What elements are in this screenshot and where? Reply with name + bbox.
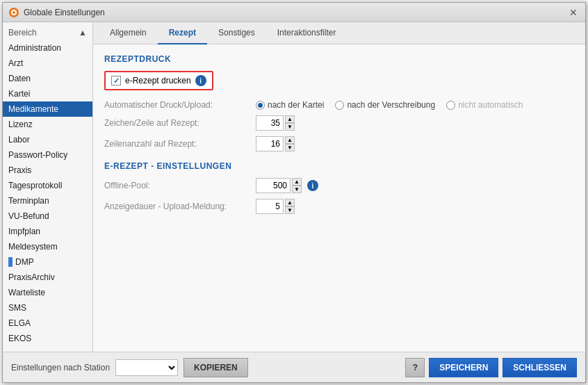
zeilen-label: Zeilenanzahl auf Rezept: [104, 139, 250, 149]
radio-group-druck: nach der Kartei nach der Verschreibung n… [256, 100, 523, 110]
help-button[interactable]: ? [405, 358, 425, 377]
radio-nicht-automatisch-circle[interactable] [446, 101, 455, 110]
sidebar-item-medikamente[interactable]: Medikamente [3, 101, 92, 117]
zeilen-spinner: ▲ ▼ [256, 136, 295, 151]
zeichen-spinner: ▲ ▼ [256, 115, 295, 131]
anzeigedauer-input[interactable] [256, 199, 284, 214]
sidebar-item-warteliste[interactable]: Warteliste [3, 285, 92, 300]
zeichen-down-btn[interactable]: ▼ [285, 123, 295, 131]
main-panel: Allgemein Rezept Sonstiges Interaktionsf… [93, 22, 585, 352]
sidebar-item-passwort-policy[interactable]: Passwort-Policy [3, 147, 92, 163]
sidebar-item-praxis[interactable]: Praxis [3, 163, 92, 178]
sidebar-item-sms[interactable]: SMS [3, 300, 92, 316]
offline-pool-info-icon[interactable]: i [307, 180, 318, 191]
zeichen-label: Zeichen/Zeile auf Rezept: [104, 118, 250, 128]
station-select[interactable] [115, 359, 178, 376]
sidebar-item-arzt[interactable]: Arzt [3, 56, 92, 71]
title-bar-left: Globale Einstellungen [8, 7, 105, 18]
section-divider: E-REZEPT - EINSTELLUNGEN [104, 161, 574, 171]
title-bar: Globale Einstellungen ✕ [3, 3, 585, 22]
footer: Einstellungen nach Station KOPIEREN ? SP… [3, 352, 585, 382]
main-window: Globale Einstellungen ✕ Bereich ▲ Admini… [2, 2, 586, 383]
radio-nach-kartei[interactable]: nach der Kartei [256, 100, 324, 110]
sidebar-item-kartei[interactable]: Kartei [3, 86, 92, 101]
zeilen-up-btn[interactable]: ▲ [285, 136, 295, 144]
content-area: Bereich ▲ Administration Arzt Daten Kart… [3, 22, 585, 352]
tab-interaktionsfilter[interactable]: Interaktionsfilter [266, 22, 348, 44]
sidebar-item-ekos[interactable]: EKOS [3, 331, 92, 346]
sidebar-item-praxisarchiv[interactable]: PraxisArchiv [3, 270, 92, 285]
auto-druck-row: Automatischer Druck/Upload: nach der Kar… [104, 100, 574, 110]
anzeigedauer-spinner: ▲ ▼ [256, 199, 295, 214]
erezept-section-title: E-REZEPT - EINSTELLUNGEN [104, 161, 574, 171]
radio-verschreibung-label: nach der Verschreibung [347, 100, 435, 110]
zeilen-spinner-buttons: ▲ ▼ [285, 136, 295, 151]
sidebar-item-elga[interactable]: ELGA [3, 316, 92, 331]
offline-pool-spinner: ▲ ▼ [256, 178, 302, 193]
tab-content-rezept: REZEPTDRUCK e-Rezept drucken i Automatis… [93, 44, 585, 352]
anzeigedauer-spinner-buttons: ▲ ▼ [285, 199, 295, 214]
zeichen-row: Zeichen/Zeile auf Rezept: ▲ ▼ [104, 115, 574, 131]
radio-nicht-automatisch-label: nicht automatisch [458, 100, 523, 110]
sidebar-item-impfplan[interactable]: Impfplan [3, 224, 92, 239]
anzeigedauer-row: Anzeigedauer - Upload-Meldung: ▲ ▼ [104, 199, 574, 214]
erezept-checkbox[interactable] [111, 76, 121, 85]
anzeigedauer-up-btn[interactable]: ▲ [285, 199, 295, 206]
tab-sonstiges[interactable]: Sonstiges [207, 22, 266, 44]
sidebar-item-lizenz[interactable]: Lizenz [3, 117, 92, 132]
sidebar-item-terminplan[interactable]: Terminplan [3, 193, 92, 208]
sidebar-item-vu-befund[interactable]: VU-Befund [3, 208, 92, 224]
sidebar-item-tagesprotokoll[interactable]: Tagesprotokoll [3, 178, 92, 193]
sidebar-item-daten[interactable]: Daten [3, 71, 92, 86]
zeichen-input[interactable] [256, 115, 284, 131]
sidebar-item-labor[interactable]: Labor [3, 132, 92, 147]
tab-allgemein[interactable]: Allgemein [99, 22, 158, 44]
zeilen-input[interactable] [256, 136, 284, 151]
erezept-info-icon[interactable]: i [195, 75, 206, 86]
sidebar-item-dmp[interactable]: DMP [3, 254, 92, 270]
radio-kartei-circle[interactable] [256, 101, 265, 110]
footer-right: ? SPEICHERN SCHLIESSEN [405, 358, 577, 377]
radio-kartei-label: nach der Kartei [268, 100, 324, 110]
offline-pool-down-btn[interactable]: ▼ [292, 186, 302, 193]
close-button[interactable]: ✕ [567, 6, 580, 19]
kopieren-button[interactable]: KOPIEREN [183, 358, 248, 377]
zeichen-spinner-buttons: ▲ ▼ [285, 115, 295, 131]
erezept-label: e-Rezept drucken [125, 76, 191, 85]
offline-pool-spinner-buttons: ▲ ▼ [292, 178, 302, 193]
radio-verschreibung-circle[interactable] [335, 101, 344, 110]
speichern-button[interactable]: SPEICHERN [429, 358, 498, 377]
erezept-checkbox-item: e-Rezept drucken i [111, 75, 206, 86]
dmp-indicator [8, 257, 13, 267]
sidebar: Bereich ▲ Administration Arzt Daten Kart… [3, 22, 93, 352]
zeilen-down-btn[interactable]: ▼ [285, 144, 295, 151]
tab-rezept[interactable]: Rezept [158, 22, 207, 44]
sidebar-item-meldesystem[interactable]: Meldesystem [3, 239, 92, 254]
offline-pool-label: Offline-Pool: [104, 181, 250, 190]
sidebar-header: Bereich ▲ [3, 25, 92, 40]
app-icon [8, 7, 19, 18]
schliessen-button[interactable]: SCHLIESSEN [503, 358, 577, 377]
zeilen-row: Zeilenanzahl auf Rezept: ▲ ▼ [104, 136, 574, 151]
anzeigedauer-label: Anzeigedauer - Upload-Meldung: [104, 202, 250, 211]
tab-bar: Allgemein Rezept Sonstiges Interaktionsf… [93, 22, 585, 44]
anzeigedauer-down-btn[interactable]: ▼ [285, 206, 295, 214]
erezept-drucken-container: e-Rezept drucken i [104, 71, 213, 90]
sidebar-item-administration[interactable]: Administration [3, 40, 92, 56]
rezeptdruck-section-title: REZEPTDRUCK [104, 54, 574, 64]
svg-point-2 [13, 11, 15, 14]
radio-nicht-automatisch[interactable]: nicht automatisch [446, 100, 523, 110]
offline-pool-input[interactable] [256, 178, 291, 193]
radio-nach-verschreibung[interactable]: nach der Verschreibung [335, 100, 435, 110]
offline-pool-row: Offline-Pool: ▲ ▼ i [104, 178, 574, 193]
zeichen-up-btn[interactable]: ▲ [285, 115, 295, 123]
window-title: Globale Einstellungen [24, 8, 105, 17]
offline-pool-up-btn[interactable]: ▲ [292, 178, 302, 186]
footer-left: Einstellungen nach Station KOPIEREN [11, 358, 248, 377]
einstellungen-label: Einstellungen nach Station [11, 363, 110, 372]
auto-druck-label: Automatischer Druck/Upload: [104, 100, 250, 110]
